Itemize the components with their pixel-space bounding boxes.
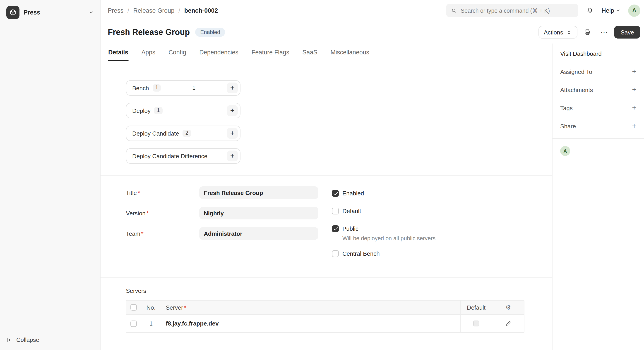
help-menu[interactable]: Help	[602, 7, 620, 14]
breadcrumb-release-group[interactable]: Release Group	[133, 7, 174, 14]
actions-button[interactable]: Actions	[538, 26, 578, 39]
plus-icon: +	[632, 86, 636, 93]
version-field[interactable]	[199, 207, 318, 219]
add-deploy-candidate-button[interactable]: +	[227, 128, 238, 139]
page-title: Fresh Release Group	[108, 28, 190, 37]
required-marker: *	[141, 230, 144, 237]
viewer-avatar[interactable]: A	[560, 146, 570, 156]
plus-icon: +	[230, 107, 234, 115]
title-field[interactable]	[199, 186, 318, 199]
select-all-checkbox[interactable]	[130, 304, 137, 310]
required-marker: *	[138, 189, 140, 196]
connection-deploy-candidate-difference[interactable]: Deploy Candidate Difference +	[126, 148, 240, 164]
search-placeholder: Search or type a command (⌘ + K)	[460, 7, 550, 14]
share-row: Share +	[560, 117, 637, 135]
global-search-input[interactable]: Search or type a command (⌘ + K)	[446, 4, 578, 17]
connection-bench[interactable]: Bench 1 1 +	[126, 80, 240, 96]
plus-icon: +	[632, 104, 636, 112]
breadcrumb-press[interactable]: Press	[108, 7, 124, 14]
add-deploy-candidate-difference-button[interactable]: +	[227, 151, 238, 161]
connection-label: Deploy Candidate Difference	[132, 153, 208, 159]
collapse-icon	[6, 337, 13, 343]
tags-row: Tags +	[560, 99, 637, 117]
enabled-checkbox-row: Enabled	[332, 188, 436, 199]
collapse-label: Collapse	[16, 336, 39, 343]
required-marker: *	[184, 304, 186, 311]
title-group: Fresh Release Group Enabled	[108, 28, 225, 37]
add-attachment-button[interactable]: +	[632, 86, 637, 93]
central-bench-checkbox[interactable]	[332, 250, 339, 257]
content-scroll: Bench 1 1 + Deploy 1 + Deploy Candidate	[100, 61, 552, 350]
enabled-checkbox[interactable]	[332, 190, 339, 197]
add-share-button[interactable]: +	[632, 122, 637, 130]
visit-dashboard-link[interactable]: Visit Dashboard	[560, 50, 602, 57]
chevron-down-icon	[616, 8, 620, 13]
share-label: Share	[560, 123, 576, 129]
add-bench-button[interactable]: +	[227, 83, 238, 93]
connection-deploy-candidate[interactable]: Deploy Candidate 2 +	[126, 126, 240, 141]
add-tag-button[interactable]: +	[632, 104, 637, 112]
connection-label: Deploy Candidate	[132, 130, 179, 137]
details-form: Title* Version* Team*	[126, 176, 524, 266]
body-row: Details Apps Config Dependencies Feature…	[100, 44, 644, 350]
connection-label: Bench	[132, 85, 149, 91]
cube-icon	[9, 9, 17, 16]
public-checkbox[interactable]	[332, 225, 339, 232]
servers-section-label: Servers	[126, 287, 524, 294]
tab-dependencies[interactable]: Dependencies	[199, 44, 239, 61]
row-select-checkbox[interactable]	[130, 320, 137, 327]
tab-apps[interactable]: Apps	[141, 44, 156, 61]
connection-count-badge: 1	[154, 107, 162, 114]
default-checkbox-label: Default	[342, 207, 361, 214]
plus-icon: +	[230, 84, 234, 92]
servers-table: No. Server* Default ⚙	[126, 300, 524, 333]
connection-deploy[interactable]: Deploy 1 +	[126, 103, 240, 118]
user-avatar[interactable]: A	[628, 4, 640, 17]
default-row-checkbox[interactable]	[473, 320, 479, 326]
row-server-cell[interactable]: f8.jay.fc.frappe.dev	[161, 315, 460, 332]
default-checkbox-row: Default	[332, 205, 436, 216]
print-button[interactable]	[581, 26, 594, 39]
pencil-icon	[505, 320, 511, 326]
search-icon	[451, 8, 457, 13]
tab-saas[interactable]: SaaS	[302, 44, 318, 61]
server-name: f8.jay.fc.frappe.dev	[166, 320, 219, 327]
team-field[interactable]	[199, 227, 318, 240]
notifications-button[interactable]	[586, 7, 594, 14]
servers-table-body: 1 f8.jay.fc.frappe.dev	[126, 314, 524, 332]
attachments-row: Attachments +	[560, 81, 637, 99]
sidebar-collapse-button[interactable]: Collapse	[6, 335, 95, 344]
required-marker: *	[146, 210, 149, 216]
add-deploy-button[interactable]: +	[227, 105, 238, 116]
tab-feature-flags[interactable]: Feature Flags	[251, 44, 290, 61]
servers-section: Servers No. Server* Default	[126, 278, 524, 333]
side-panel-divider	[552, 138, 644, 139]
breadcrumb-current: bench-0002	[184, 7, 218, 14]
more-options-button[interactable]: ⋯	[598, 26, 611, 39]
tab-miscellaneous[interactable]: Miscellaneous	[330, 44, 370, 61]
ellipsis-icon: ⋯	[600, 29, 608, 36]
top-navbar: Press / Release Group / bench-0002 Searc…	[100, 0, 644, 21]
tab-details[interactable]: Details	[108, 44, 129, 61]
default-checkbox[interactable]	[332, 207, 339, 214]
chevron-down-icon	[89, 10, 94, 15]
gear-icon[interactable]: ⚙	[505, 304, 511, 310]
plus-icon: +	[632, 122, 636, 130]
save-button[interactable]: Save	[614, 26, 640, 39]
tab-config[interactable]: Config	[168, 44, 186, 61]
add-assignment-button[interactable]: +	[632, 68, 637, 75]
header-server-cell: Server*	[161, 300, 460, 314]
server-row: 1 f8.jay.fc.frappe.dev	[126, 314, 524, 332]
workspace-switcher[interactable]: Press	[6, 5, 95, 20]
central-bench-checkbox-row: Central Bench	[332, 248, 436, 259]
connections-section: Bench 1 1 + Deploy 1 + Deploy Candidate	[126, 80, 524, 164]
enabled-checkbox-label: Enabled	[342, 190, 364, 197]
version-field-label: Version*	[126, 210, 199, 216]
public-checkbox-row: Public	[332, 223, 436, 234]
connection-count-badge: 1	[152, 85, 161, 92]
form-fields-column: Title* Version* Team*	[126, 186, 318, 266]
navbar-right-controls: Search or type a command (⌘ + K) Help A	[446, 4, 640, 17]
field-row-version: Version*	[126, 207, 318, 219]
edit-row-button[interactable]	[505, 320, 511, 326]
press-app-logo	[6, 6, 20, 19]
